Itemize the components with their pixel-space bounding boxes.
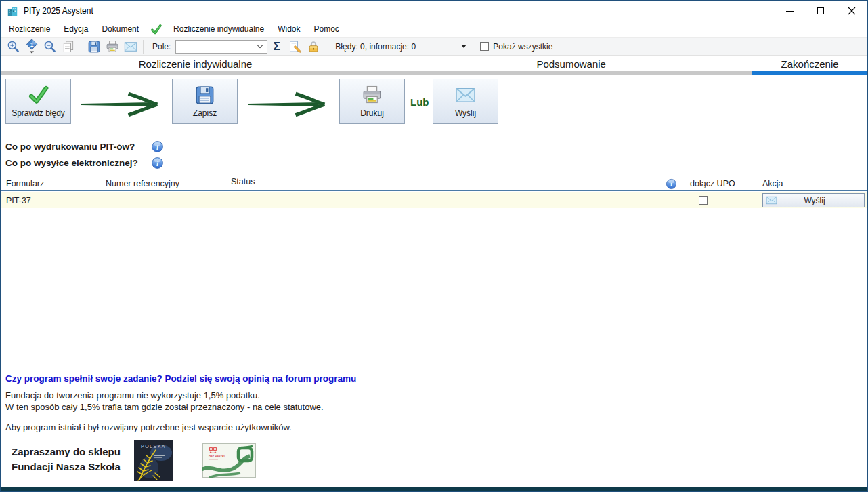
titlebar: PITy 2025 Asystent xyxy=(1,1,867,21)
sum-button[interactable]: Σ xyxy=(267,39,286,55)
field-combobox[interactable] xyxy=(175,40,267,54)
shop-book-image[interactable]: POLSKA xyxy=(134,440,173,481)
shop-game-image[interactable]: Bez Peszki xyxy=(202,443,256,478)
menu-rozliczenie-indywidualne[interactable]: Rozliczenie indywidualne xyxy=(167,22,271,36)
zoom-out-button[interactable] xyxy=(41,39,59,55)
upo-info-icon[interactable] xyxy=(666,178,677,190)
foundation-text-line: Aby program istniał i był rozwijany potr… xyxy=(5,422,292,432)
field-label: Pole: xyxy=(152,42,171,52)
toolbar: Pole: Σ Błędy: 0, informacje: 0 Pokaż ws… xyxy=(1,37,867,56)
toolbar-separator xyxy=(81,40,81,54)
envelope-icon xyxy=(455,85,476,106)
minimize-icon xyxy=(786,11,794,12)
column-dolacz-upo: dołącz UPO xyxy=(690,179,735,188)
question-after-send-label: Co po wysyłce elektronicznej? xyxy=(5,158,151,168)
dropdown-arrow-icon xyxy=(461,45,466,48)
tab-zakonczenie[interactable]: Zakończenie xyxy=(752,56,867,75)
errors-summary: Błędy: 0, informacje: 0 xyxy=(335,42,416,52)
tab-label: Zakończenie xyxy=(781,58,839,70)
book-title: POLSKA xyxy=(141,444,166,449)
save-icon xyxy=(194,85,215,106)
send-step-button[interactable]: Wyślij xyxy=(433,79,498,124)
arrow-right-icon xyxy=(77,91,169,117)
foundation-text-line: Fundacja do tworzenia programu nie wykor… xyxy=(5,390,260,401)
row-send-button[interactable]: Wyślij xyxy=(762,193,865,207)
show-all-label: Pokaż wszystkie xyxy=(493,42,552,52)
main-content: Sprawdź błędy Zapisz Drukuj Lub Wyślij C… xyxy=(1,75,867,487)
info-icon[interactable] xyxy=(151,157,164,169)
pencil-icon xyxy=(288,40,302,54)
form-name-cell: PIT-37 xyxy=(6,196,31,205)
lock-button[interactable] xyxy=(304,39,322,55)
edit-button[interactable] xyxy=(286,39,304,55)
show-all-checkbox[interactable] xyxy=(480,42,489,51)
column-numer-referencyjny: Numer referencyjny xyxy=(106,179,179,188)
attach-upo-checkbox[interactable] xyxy=(699,196,708,205)
menu-pomoc[interactable]: Pomoc xyxy=(307,22,346,36)
save-step-label: Zapisz xyxy=(193,108,217,118)
sigma-icon: Σ xyxy=(267,40,286,54)
printer-icon xyxy=(362,85,383,106)
check-errors-button[interactable]: Sprawdź błędy xyxy=(5,79,71,124)
toolbar-separator xyxy=(326,40,326,54)
chevron-down-icon xyxy=(257,43,263,48)
print-step-button[interactable]: Drukuj xyxy=(339,79,405,124)
table-header: Formularz Numer referencyjny Status dołą… xyxy=(1,177,867,191)
tab-podsumowanie[interactable]: Podsumowanie xyxy=(390,56,752,75)
minimize-button[interactable] xyxy=(774,1,805,21)
tabbar: Rozliczenie indywidualne Podsumowanie Za… xyxy=(1,56,867,75)
zoom-in-icon xyxy=(7,40,20,54)
row-send-label: Wyślij xyxy=(777,196,852,205)
check-icon xyxy=(28,85,49,106)
print-button[interactable] xyxy=(103,39,121,55)
save-icon xyxy=(87,40,101,54)
table-row[interactable]: PIT-37 Wyślij xyxy=(1,192,867,208)
question-after-print: Co po wydrukowaniu PIT-ów? xyxy=(5,140,164,153)
envelope-icon xyxy=(766,194,777,206)
send-step-label: Wyślij xyxy=(455,108,476,118)
game-title: Bez Peszki xyxy=(209,455,225,458)
lock-icon xyxy=(307,40,320,54)
zoom-out-icon xyxy=(43,40,57,54)
toolbar-separator xyxy=(143,40,144,54)
window-controls xyxy=(774,1,867,21)
close-button[interactable] xyxy=(836,1,867,21)
show-all-group: Pokaż wszystkie xyxy=(480,42,552,52)
or-label: Lub xyxy=(410,96,429,108)
zoom-in-button[interactable] xyxy=(4,39,22,55)
app-window: PITy 2025 Asystent Rozliczenie Edycja Do… xyxy=(0,0,868,492)
send-email-button[interactable] xyxy=(121,39,139,55)
menubar: Rozliczenie Edycja Dokument Rozliczenie … xyxy=(1,21,867,37)
column-akcja: Akcja xyxy=(762,179,783,188)
tab-rozliczenie-indywidualne[interactable]: Rozliczenie indywidualne xyxy=(1,56,390,75)
forum-opinion-link[interactable]: Czy program spełnił swoje zadanie? Podzi… xyxy=(5,373,356,384)
maximize-icon xyxy=(817,7,824,14)
question-after-send: Co po wysyłce elektronicznej? xyxy=(5,157,164,169)
menu-edycja[interactable]: Edycja xyxy=(57,22,95,36)
arrow-right-icon xyxy=(244,91,337,117)
bottom-status-strip xyxy=(1,487,867,491)
envelope-icon xyxy=(124,40,137,54)
column-status: Status xyxy=(231,177,255,186)
info-icon[interactable] xyxy=(151,140,164,153)
app-icon xyxy=(7,5,18,17)
save-step-button[interactable]: Zapisz xyxy=(172,79,238,124)
save-button[interactable] xyxy=(85,39,103,55)
foundation-text-line: W ten sposób cały 1,5% trafia tam gdzie … xyxy=(5,402,324,412)
menu-dokument[interactable]: Dokument xyxy=(95,22,146,36)
tab-label: Podsumowanie xyxy=(536,58,606,70)
close-icon xyxy=(848,7,856,15)
column-formularz: Formularz xyxy=(6,179,44,188)
check-status-icon xyxy=(150,24,162,35)
check-errors-label: Sprawdź błędy xyxy=(12,108,65,118)
copy-pages-button[interactable] xyxy=(59,39,77,55)
goto-page-button[interactable] xyxy=(22,39,41,55)
errors-dropdown[interactable]: Błędy: 0, informacje: 0 xyxy=(335,42,469,52)
printer-icon xyxy=(106,40,119,54)
menu-rozliczenie[interactable]: Rozliczenie xyxy=(2,22,57,36)
maximize-button[interactable] xyxy=(805,1,836,21)
window-title: PITy 2025 Asystent xyxy=(24,6,93,16)
menu-widok[interactable]: Widok xyxy=(271,22,307,36)
print-step-label: Drukuj xyxy=(360,108,384,118)
question-after-print-label: Co po wydrukowaniu PIT-ów? xyxy=(5,142,151,152)
